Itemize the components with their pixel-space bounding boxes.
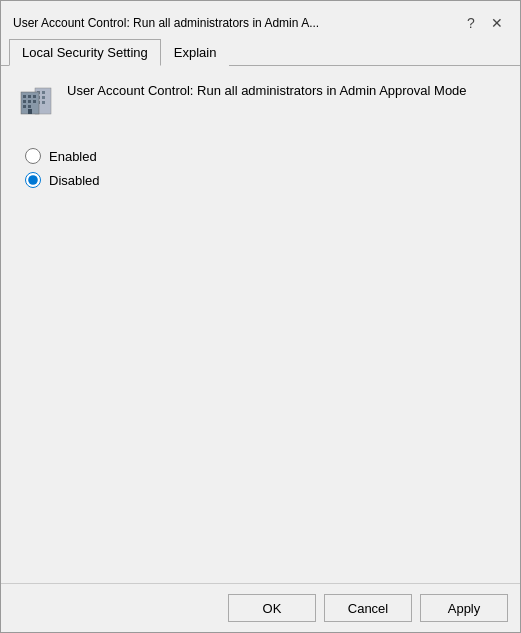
enabled-label: Enabled bbox=[49, 149, 97, 164]
cancel-button[interactable]: Cancel bbox=[324, 594, 412, 622]
window-title: User Account Control: Run all administra… bbox=[13, 16, 319, 30]
svg-rect-14 bbox=[23, 105, 26, 108]
options-area: Enabled Disabled bbox=[25, 148, 504, 188]
tab-explain[interactable]: Explain bbox=[161, 39, 230, 66]
svg-rect-10 bbox=[33, 95, 36, 98]
ok-button[interactable]: OK bbox=[228, 594, 316, 622]
tab-local-security-setting[interactable]: Local Security Setting bbox=[9, 39, 161, 66]
content-area: User Account Control: Run all administra… bbox=[1, 66, 520, 583]
enabled-radio[interactable] bbox=[25, 148, 41, 164]
policy-header: User Account Control: Run all administra… bbox=[17, 82, 504, 120]
bottom-bar: OK Cancel Apply bbox=[1, 583, 520, 632]
svg-rect-2 bbox=[42, 91, 45, 94]
svg-rect-8 bbox=[23, 95, 26, 98]
close-button[interactable]: ✕ bbox=[486, 12, 508, 34]
title-bar-left: User Account Control: Run all administra… bbox=[13, 16, 460, 30]
policy-title: User Account Control: Run all administra… bbox=[67, 82, 504, 100]
svg-rect-13 bbox=[33, 100, 36, 103]
disabled-label: Disabled bbox=[49, 173, 100, 188]
content-spacer bbox=[17, 188, 504, 567]
enabled-option[interactable]: Enabled bbox=[25, 148, 504, 164]
svg-rect-12 bbox=[28, 100, 31, 103]
title-bar: User Account Control: Run all administra… bbox=[1, 1, 520, 37]
help-button[interactable]: ? bbox=[460, 12, 482, 34]
svg-rect-15 bbox=[28, 105, 31, 108]
svg-rect-9 bbox=[28, 95, 31, 98]
policy-icon bbox=[17, 82, 55, 120]
svg-rect-16 bbox=[28, 109, 32, 114]
apply-button[interactable]: Apply bbox=[420, 594, 508, 622]
svg-rect-11 bbox=[23, 100, 26, 103]
svg-rect-6 bbox=[42, 101, 45, 104]
dialog-window: User Account Control: Run all administra… bbox=[0, 0, 521, 633]
disabled-option[interactable]: Disabled bbox=[25, 172, 504, 188]
title-bar-controls: ? ✕ bbox=[460, 12, 508, 34]
disabled-radio[interactable] bbox=[25, 172, 41, 188]
svg-rect-4 bbox=[42, 96, 45, 99]
tab-bar: Local Security Setting Explain bbox=[1, 39, 520, 66]
